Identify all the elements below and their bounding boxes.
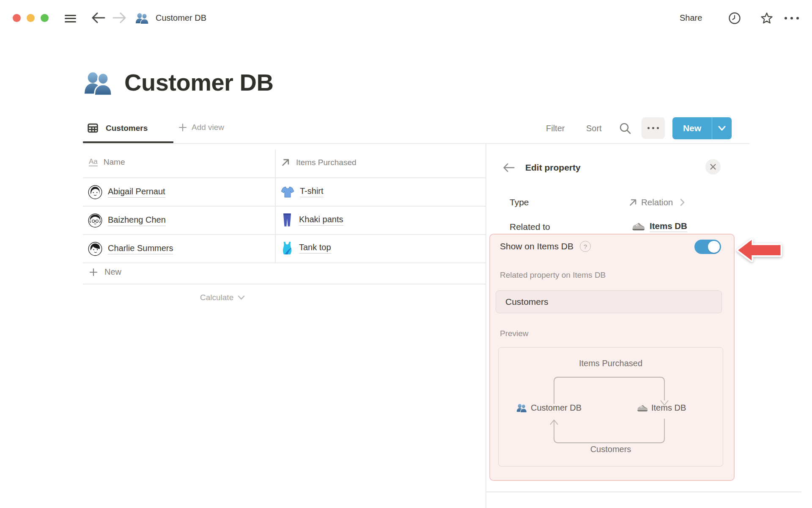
related-to-value-button[interactable]: Items DB xyxy=(632,221,687,232)
preview-right-label: Items DB xyxy=(651,403,686,413)
row-border xyxy=(83,206,486,207)
new-split-button: New xyxy=(672,117,732,139)
column-header-name[interactable]: Aa Name xyxy=(89,157,125,167)
tab-customers[interactable]: Customers xyxy=(106,124,148,133)
sneaker-icon xyxy=(632,222,645,231)
sidebar-menu-icon[interactable] xyxy=(65,13,76,24)
notion-window: Customer DB Share Customer DB Customers … xyxy=(0,0,812,508)
panel-title: Edit property xyxy=(525,163,581,173)
chevron-down-icon xyxy=(718,125,726,131)
table-view-icon xyxy=(87,122,99,134)
new-row-label: New xyxy=(104,267,121,277)
column-name-label: Name xyxy=(104,157,125,167)
row-name-link[interactable]: Charlie Summers xyxy=(108,243,173,254)
panel-back-icon[interactable] xyxy=(502,163,515,173)
add-view-button[interactable]: Add view xyxy=(178,123,224,132)
new-row-border xyxy=(83,284,486,284)
preview-bottom-property: Customers xyxy=(590,444,631,454)
calculate-button[interactable]: Calculate xyxy=(200,293,245,302)
people-icon xyxy=(516,403,527,413)
man-curly-glasses-avatar xyxy=(88,213,102,228)
panel-divider[interactable] xyxy=(486,144,486,508)
annotation-red-arrow xyxy=(736,236,783,264)
view-options-icon[interactable] xyxy=(642,117,665,139)
table-row[interactable]: Charlie Summers xyxy=(88,242,173,256)
table-cell-relation[interactable]: Khaki pants xyxy=(282,213,343,227)
row-border xyxy=(83,262,486,263)
type-label: Type xyxy=(510,197,529,207)
column-header-items-purchased[interactable]: Items Purchased xyxy=(281,157,357,167)
table-cell-relation[interactable]: T-shirt xyxy=(281,185,324,199)
help-icon[interactable]: ? xyxy=(580,241,591,252)
window-minimize-button[interactable] xyxy=(27,14,35,22)
preview-left-label: Customer DB xyxy=(531,403,582,413)
window-close-button[interactable] xyxy=(13,14,21,22)
new-dropdown-button[interactable] xyxy=(712,117,732,139)
page-people-icon[interactable] xyxy=(84,69,113,97)
favorite-star-icon[interactable] xyxy=(760,11,774,25)
updates-clock-icon[interactable] xyxy=(728,12,741,25)
preview-label: Preview xyxy=(500,329,529,338)
chevron-down-icon xyxy=(238,295,245,300)
person-short-hair-avatar xyxy=(88,242,102,256)
table-row[interactable]: Abigail Pernaut xyxy=(88,185,165,199)
relation-arrow-icon xyxy=(281,157,291,167)
filter-button[interactable]: Filter xyxy=(546,124,565,133)
row-name-link[interactable]: Baizheng Chen xyxy=(108,215,166,226)
sneaker-icon xyxy=(637,404,648,412)
window-zoom-button[interactable] xyxy=(41,14,49,22)
close-icon xyxy=(710,163,716,170)
viewbar-border xyxy=(83,143,749,144)
table-cell-relation[interactable]: Tank top xyxy=(281,241,331,255)
woman-bob-avatar xyxy=(88,185,102,199)
row-item-link[interactable]: Khaki pants xyxy=(299,215,343,226)
show-on-items-db-toggle[interactable] xyxy=(694,240,721,254)
row-border xyxy=(83,234,486,235)
type-value-button[interactable]: Relation xyxy=(628,197,685,207)
row-item-link[interactable]: T-shirt xyxy=(300,186,324,197)
doc-people-icon xyxy=(135,12,149,25)
column-items-label: Items Purchased xyxy=(296,158,357,167)
share-button[interactable]: Share xyxy=(680,13,702,23)
table-row[interactable]: Baizheng Chen xyxy=(88,213,166,228)
search-icon[interactable] xyxy=(619,122,631,135)
row-name-link[interactable]: Abigail Pernaut xyxy=(108,187,165,198)
page-title[interactable]: Customer DB xyxy=(124,69,273,96)
panel-close-button[interactable] xyxy=(705,159,721,174)
chevron-right-icon xyxy=(680,198,685,207)
table-header-border xyxy=(83,177,486,178)
add-view-label: Add view xyxy=(192,123,224,132)
sort-button[interactable]: Sort xyxy=(586,124,602,133)
toggle-knob xyxy=(708,241,720,253)
type-value: Relation xyxy=(641,197,673,207)
row-item-link[interactable]: Tank top xyxy=(299,243,331,254)
breadcrumb-doc-title[interactable]: Customer DB xyxy=(156,13,206,23)
calculate-label: Calculate xyxy=(200,293,233,302)
related-property-label: Related property on Items DB xyxy=(500,271,606,280)
show-on-items-db-label: Show on Items DB xyxy=(500,241,573,251)
new-button[interactable]: New xyxy=(672,117,712,139)
related-property-input[interactable] xyxy=(496,290,722,313)
plus-icon xyxy=(178,123,187,132)
panel-section-divider xyxy=(486,491,801,492)
nav-forward-icon[interactable] xyxy=(112,12,127,23)
relation-preview: Items Purchased Customer DB Items DB Cus… xyxy=(498,347,723,467)
nav-back-icon[interactable] xyxy=(91,12,105,23)
new-row-button[interactable]: New xyxy=(89,267,121,277)
preview-right-node: Items DB xyxy=(637,403,686,413)
related-to-label: Related to xyxy=(510,222,550,232)
jeans-icon xyxy=(282,213,293,227)
tshirt-icon xyxy=(281,185,294,199)
preview-left-node: Customer DB xyxy=(516,403,582,413)
title-property-icon: Aa xyxy=(89,158,98,166)
relation-arrow-icon xyxy=(628,198,638,207)
tanktop-icon xyxy=(281,241,294,255)
plus-icon xyxy=(89,268,98,277)
related-db-link[interactable]: Items DB xyxy=(650,221,687,232)
more-menu-icon[interactable] xyxy=(785,17,799,19)
